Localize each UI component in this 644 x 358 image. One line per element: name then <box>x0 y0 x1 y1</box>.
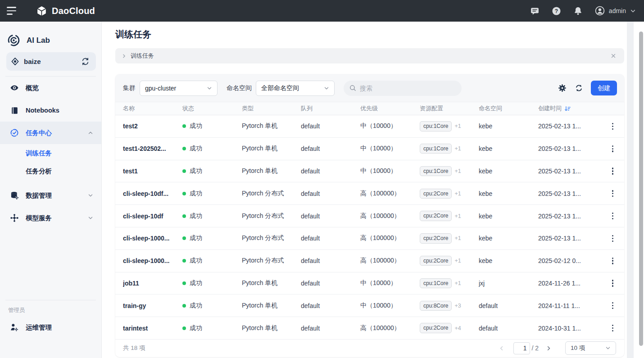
sidebar-item-task-center[interactable]: 任务中心 <box>0 122 101 144</box>
status-success-dot <box>182 124 186 128</box>
sidebar-item-notebooks[interactable]: Notebooks <box>0 99 101 122</box>
jobs-card: 集群 gpu-cluster 命名空间 全部命名空间 <box>115 74 624 357</box>
resource-more-badge[interactable]: +1 <box>454 280 461 286</box>
cluster-select[interactable]: gpu-cluster <box>140 81 218 96</box>
resource-more-badge[interactable]: +3 <box>454 303 461 309</box>
resource-more-badge[interactable]: +1 <box>454 145 461 152</box>
job-status: 成功 <box>182 279 242 287</box>
sidebar-item-overview[interactable]: 概览 <box>0 77 101 99</box>
row-actions-button[interactable] <box>605 188 620 199</box>
namespace-label: 命名空间 <box>227 84 252 92</box>
job-name-link[interactable]: cli-sleep-1000... <box>123 257 182 264</box>
task-center-icon <box>10 128 19 137</box>
column-header-priority[interactable]: 优先级 <box>360 104 420 113</box>
job-created-time: 2025-02-13 1... <box>538 235 605 242</box>
next-page-icon[interactable] <box>544 344 553 353</box>
create-button[interactable]: 创建 <box>591 81 617 95</box>
table-row[interactable]: test2 成功 Pytorch 单机 default 中（10000） cpu… <box>115 115 624 138</box>
job-name-link[interactable]: test2 <box>123 122 182 130</box>
scrollbar-thumb[interactable] <box>639 32 643 346</box>
job-namespace: kebe <box>479 122 538 130</box>
status-text: 成功 <box>190 324 202 332</box>
table-row[interactable]: train-gy 成功 Pytorch 单机 default 中（10000） … <box>115 295 624 317</box>
job-name-link[interactable]: cli-sleep-10df <box>123 213 182 220</box>
brand-logo[interactable]: DaoCloud <box>36 5 95 17</box>
help-icon[interactable]: ? <box>552 6 562 16</box>
table-row[interactable]: cli-sleep-10df 成功 Pytorch 分布式 default 高（… <box>115 205 624 227</box>
menu-toggle-icon[interactable] <box>7 7 17 14</box>
resource-more-badge[interactable]: +1 <box>454 190 461 197</box>
table-row[interactable]: test1-202502... 成功 Pytorch 单机 default 中（… <box>115 138 624 160</box>
chevron-up-icon <box>88 130 93 136</box>
job-queue: default <box>301 213 360 220</box>
workspace-selector[interactable]: baize <box>6 52 96 71</box>
resource-more-badge[interactable]: +1 <box>454 258 461 264</box>
messages-icon[interactable] <box>530 6 540 16</box>
row-actions-button[interactable] <box>605 233 620 244</box>
scrollbar-track[interactable] <box>634 22 644 358</box>
row-actions-button[interactable] <box>605 144 620 154</box>
resource-more-badge[interactable]: +1 <box>454 123 461 129</box>
column-header-type[interactable]: 类型 <box>242 104 301 113</box>
sidebar-item-ops-management[interactable]: 运维管理 <box>0 316 101 339</box>
previous-page-icon[interactable] <box>497 344 506 353</box>
sidebar-item-label: 概览 <box>26 84 39 92</box>
sidebar-subitem-task-analysis[interactable]: 任务分析 <box>0 162 101 180</box>
table-row[interactable]: tarintest 成功 Pytorch 单机 default 高（100000… <box>115 317 624 340</box>
job-name-link[interactable]: test1 <box>123 168 182 175</box>
sidebar-item-data-management[interactable]: 数据管理 <box>0 184 101 207</box>
sidebar-subitem-training-jobs[interactable]: 训练任务 <box>0 144 101 162</box>
job-name-link[interactable]: train-gy <box>123 302 182 309</box>
row-actions-button[interactable] <box>605 121 620 131</box>
column-header-resources[interactable]: 资源配置 <box>420 104 479 113</box>
settings-gear-icon[interactable] <box>558 84 567 93</box>
sidebar-item-model-service[interactable]: 模型服务 <box>0 207 101 229</box>
user-menu[interactable]: admin <box>595 6 636 16</box>
search-input[interactable] <box>360 85 456 92</box>
job-resources: cpu:1Core +1 <box>420 121 479 131</box>
breadcrumb-label[interactable]: 训练任务 <box>131 52 154 60</box>
page-number-input[interactable] <box>513 342 530 354</box>
table-row[interactable]: test1 成功 Pytorch 单机 default 中（10000） cpu… <box>115 160 624 183</box>
column-header-created[interactable]: 创建时间 <box>538 104 605 113</box>
row-actions-button[interactable] <box>605 211 620 221</box>
resource-more-badge[interactable]: +4 <box>454 325 461 331</box>
job-name-link[interactable]: job11 <box>123 280 182 287</box>
cluster-select-value: gpu-cluster <box>145 85 176 92</box>
job-type: Pytorch 分布式 <box>242 212 301 220</box>
job-name-link[interactable]: cli-sleep-1000... <box>123 235 182 242</box>
row-actions-button[interactable] <box>605 256 620 266</box>
row-actions-button[interactable] <box>605 278 620 288</box>
status-text: 成功 <box>190 190 202 198</box>
job-namespace: kebe <box>479 257 538 264</box>
table-row[interactable]: job11 成功 Pytorch 单机 default 中（10000） cpu… <box>115 272 624 295</box>
column-header-status[interactable]: 状态 <box>182 104 242 113</box>
job-name-link[interactable]: test1-202502... <box>123 145 182 152</box>
resource-more-badge[interactable]: +1 <box>454 213 461 219</box>
row-actions-button[interactable] <box>605 166 620 176</box>
job-name-link[interactable]: tarintest <box>123 325 182 332</box>
table-row[interactable]: cli-sleep-10df... 成功 Pytorch 分布式 default… <box>115 182 624 205</box>
notifications-bell-icon[interactable] <box>573 6 583 16</box>
column-header-queue[interactable]: 队列 <box>301 104 360 113</box>
refresh-icon[interactable] <box>574 84 583 93</box>
job-type: Pytorch 单机 <box>242 167 301 175</box>
breadcrumb-close-icon[interactable] <box>609 51 618 60</box>
task-center-submenu: 训练任务 任务分析 <box>0 144 101 180</box>
column-header-namespace[interactable]: 命名空间 <box>479 104 538 113</box>
row-actions-button[interactable] <box>605 300 620 311</box>
namespace-select[interactable]: 全部命名空间 <box>256 81 335 96</box>
job-namespace: default <box>479 302 538 309</box>
sort-descending-icon[interactable] <box>564 105 571 112</box>
job-name-link[interactable]: cli-sleep-10df... <box>123 190 182 197</box>
table-row[interactable]: cli-sleep-1000... 成功 Pytorch 分布式 default… <box>115 227 624 250</box>
job-queue: default <box>301 257 360 264</box>
column-header-name[interactable]: 名称 <box>123 104 182 113</box>
row-actions-button[interactable] <box>605 323 620 333</box>
resource-more-badge[interactable]: +1 <box>454 235 461 241</box>
table-row[interactable]: cli-sleep-1000... 成功 Pytorch 分布式 default… <box>115 250 624 272</box>
breadcrumb-chevron-icon[interactable] <box>122 54 127 59</box>
workspace-switch-icon[interactable] <box>81 57 90 66</box>
page-size-select[interactable]: 10 项 <box>565 341 616 355</box>
resource-more-badge[interactable]: +1 <box>454 168 461 174</box>
